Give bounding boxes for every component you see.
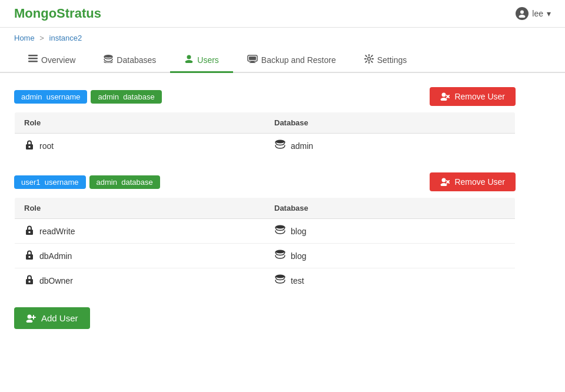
tab-backup[interactable]: Backup and Restore: [233, 48, 350, 73]
svg-rect-11: [250, 62, 255, 64]
role-icon: [24, 139, 35, 152]
svg-point-13: [442, 93, 446, 97]
database-name: admin: [291, 141, 313, 151]
database-col-header-2: Database: [265, 198, 516, 219]
tab-settings-label: Settings: [377, 55, 407, 65]
svg-rect-31: [29, 281, 31, 283]
svg-point-19: [275, 140, 285, 144]
tab-users-label: Users: [197, 55, 219, 65]
database-name: test: [291, 276, 304, 285]
svg-point-26: [275, 225, 285, 229]
tab-databases[interactable]: Databases: [89, 48, 170, 73]
role-icon: [24, 274, 35, 287]
role-cell: dbOwner: [24, 274, 255, 287]
role-name: readWrite: [39, 227, 75, 236]
logo: MongoStratus: [14, 6, 101, 21]
svg-point-5: [104, 55, 112, 58]
role-cell: readWrite: [24, 225, 255, 237]
tab-users[interactable]: Users: [170, 48, 233, 73]
svg-point-7: [185, 60, 193, 63]
tab-backup-label: Backup and Restore: [261, 55, 336, 65]
user-card-user1: user1 username admin database Remove Use…: [14, 172, 516, 293]
tabs: Overview Databases Users: [0, 48, 565, 73]
svg-point-20: [442, 178, 446, 182]
svg-point-21: [441, 183, 447, 186]
user1-username-badge: user1 username: [14, 175, 86, 189]
svg-point-1: [519, 15, 526, 18]
svg-rect-25: [29, 231, 31, 233]
database-cell: admin: [274, 139, 506, 152]
user1-badges: user1 username admin database: [14, 175, 160, 189]
svg-point-6: [187, 55, 191, 59]
table-row: root admin: [15, 134, 516, 158]
overview-icon: [28, 55, 38, 65]
admin-database-badge: admin database: [91, 90, 161, 104]
tab-settings[interactable]: Settings: [350, 48, 421, 73]
admin-username-badge: admin username: [14, 90, 87, 104]
add-user-button[interactable]: Add User: [14, 307, 90, 329]
role-cell: root: [24, 139, 255, 152]
db-icon: [274, 225, 286, 237]
user1-remove-user-button[interactable]: Remove User: [430, 172, 516, 191]
user1-database-badge: admin database: [89, 175, 160, 189]
svg-rect-28: [29, 256, 31, 258]
table-row: dbOwner test: [15, 268, 516, 293]
main-content: admin username admin database Remove Use…: [0, 73, 530, 343]
admin-roles-table: Role Database: [14, 112, 516, 158]
databases-icon: [104, 55, 113, 65]
backup-icon: [247, 55, 258, 65]
svg-point-34: [26, 320, 33, 323]
svg-point-14: [441, 98, 447, 101]
user-avatar-icon: [516, 7, 529, 20]
user-admin-badges: admin username admin database: [14, 90, 162, 104]
role-name: dbOwner: [39, 276, 73, 285]
table-row: dbAdmin blog: [15, 244, 516, 268]
tab-overview-label: Overview: [41, 55, 75, 65]
user-card-admin: admin username admin database Remove Use…: [14, 87, 516, 158]
database-cell: blog: [274, 250, 506, 262]
tab-databases-label: Databases: [117, 55, 156, 65]
breadcrumb-current[interactable]: instance2: [49, 34, 82, 42]
database-name: blog: [291, 251, 306, 261]
header: MongoStratus lee ▾: [0, 0, 565, 28]
user-label: lee: [532, 9, 543, 18]
user1-roles-table: Role Database: [14, 197, 516, 293]
role-icon: [24, 225, 35, 237]
users-icon: [184, 55, 194, 65]
logo-suffix: Stratus: [56, 6, 101, 21]
tab-overview[interactable]: Overview: [14, 48, 89, 73]
db-icon: [274, 250, 286, 262]
database-name: blog: [291, 227, 306, 236]
database-col-header: Database: [265, 112, 516, 134]
breadcrumb: Home > instance2: [0, 28, 565, 48]
svg-rect-4: [28, 61, 38, 62]
role-col-header-2: Role: [15, 198, 265, 219]
admin-remove-user-button[interactable]: Remove User: [430, 87, 516, 106]
dropdown-arrow-icon: ▾: [547, 9, 551, 18]
add-user-label: Add User: [41, 313, 78, 323]
user-card-admin-header: admin username admin database Remove Use…: [14, 87, 516, 106]
svg-point-33: [28, 314, 32, 318]
user1-remove-label: Remove User: [454, 177, 505, 187]
logo-prefix: Mongo: [14, 6, 56, 21]
svg-point-32: [275, 275, 285, 278]
svg-point-29: [275, 250, 285, 254]
svg-rect-9: [249, 57, 256, 60]
role-cell: dbAdmin: [24, 250, 255, 262]
role-icon: [24, 250, 35, 262]
user-menu[interactable]: lee ▾: [516, 7, 551, 20]
db-icon: [274, 139, 286, 152]
svg-point-12: [367, 58, 370, 61]
settings-icon: [364, 54, 374, 65]
table-row: readWrite blog: [15, 219, 516, 244]
database-cell: blog: [274, 225, 506, 237]
svg-rect-3: [28, 58, 38, 59]
breadcrumb-separator: >: [39, 34, 44, 42]
svg-rect-2: [28, 55, 38, 57]
breadcrumb-home[interactable]: Home: [14, 34, 35, 42]
role-col-header: Role: [15, 112, 265, 134]
svg-rect-18: [29, 146, 31, 148]
admin-remove-label: Remove User: [454, 92, 505, 101]
role-name: root: [39, 141, 54, 151]
svg-point-0: [520, 11, 524, 14]
